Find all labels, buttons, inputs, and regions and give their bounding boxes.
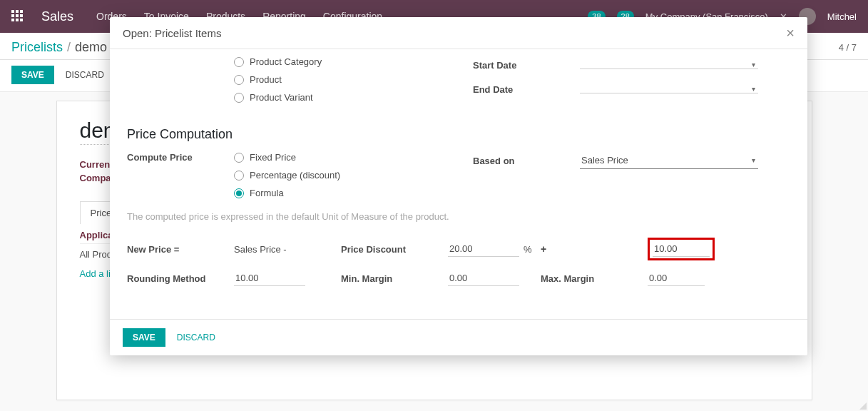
modal-header: Open: Pricelist Items × bbox=[110, 17, 807, 49]
radio-fixed-price[interactable]: Fixed Price bbox=[234, 152, 340, 163]
calendar-caret-icon: ▾ bbox=[749, 85, 758, 93]
based-on-label: Based on bbox=[473, 156, 580, 166]
modal-scroll[interactable]: Product Category Product Product Variant… bbox=[110, 49, 807, 308]
modal-save-button[interactable]: SAVE bbox=[123, 328, 165, 347]
surcharge-highlight bbox=[648, 238, 715, 260]
rounding-input[interactable] bbox=[234, 270, 305, 286]
rounding-label: Rounding Method bbox=[127, 273, 205, 284]
close-icon[interactable]: × bbox=[786, 26, 795, 40]
end-date-label: End Date bbox=[473, 84, 580, 95]
compute-price-label: Compute Price bbox=[127, 152, 234, 163]
based-on-select[interactable]: Sales Price▾ bbox=[580, 152, 758, 169]
surcharge-input[interactable] bbox=[653, 241, 710, 257]
percent-sign: % bbox=[524, 244, 532, 255]
compute-price-options: Fixed Price Percentage (discount) Formul… bbox=[234, 152, 340, 198]
help-text: The computed price is expressed in the d… bbox=[127, 211, 790, 222]
new-price-label: New Price = bbox=[127, 244, 179, 255]
section-price-computation: Price Computation bbox=[127, 127, 790, 142]
max-margin-input[interactable] bbox=[648, 270, 705, 286]
radio-product-category[interactable]: Product Category bbox=[234, 56, 322, 67]
radio-percentage[interactable]: Percentage (discount) bbox=[234, 170, 340, 181]
modal-title: Open: Pricelist Items bbox=[123, 27, 221, 39]
end-date-input[interactable]: ▾ bbox=[580, 85, 758, 93]
radio-product[interactable]: Product bbox=[234, 74, 322, 85]
plus-sign: + bbox=[541, 243, 546, 255]
min-margin-input[interactable] bbox=[448, 270, 519, 286]
calendar-caret-icon: ▾ bbox=[749, 61, 758, 68]
radio-formula[interactable]: Formula bbox=[234, 188, 340, 198]
base-price-text: Sales Price - bbox=[234, 244, 287, 255]
modal-discard-button[interactable]: DISCARD bbox=[177, 333, 215, 342]
max-margin-label: Max. Margin bbox=[541, 273, 594, 284]
modal-pricelist-item: Open: Pricelist Items × Product Category… bbox=[110, 17, 807, 355]
modal-footer: SAVE DISCARD bbox=[110, 319, 807, 355]
start-date-input[interactable]: ▾ bbox=[580, 61, 758, 69]
apply-on-options: Product Category Product Product Variant bbox=[234, 56, 322, 103]
radio-product-variant[interactable]: Product Variant bbox=[234, 92, 322, 103]
chevron-down-icon: ▾ bbox=[749, 156, 758, 164]
price-discount-label: Price Discount bbox=[341, 244, 406, 255]
price-discount-input[interactable] bbox=[448, 241, 519, 257]
min-margin-label: Min. Margin bbox=[341, 273, 392, 284]
start-date-label: Start Date bbox=[473, 60, 580, 71]
